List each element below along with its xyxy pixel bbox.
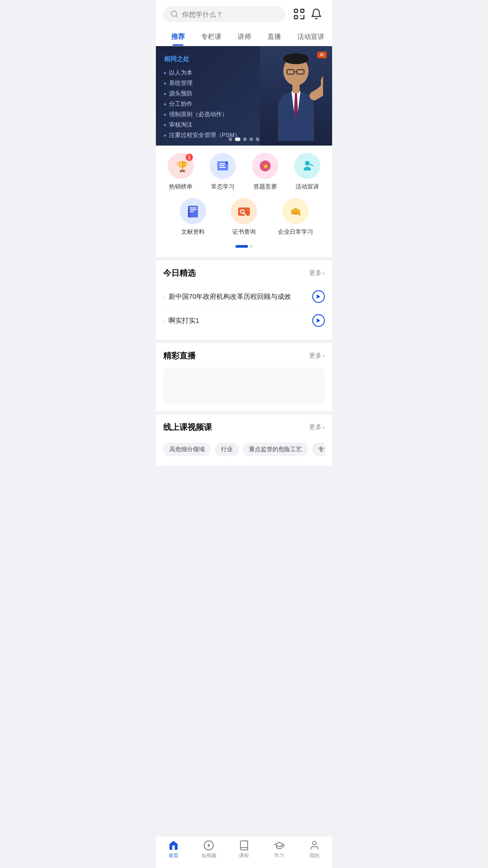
daily-label: 企业日常学习 [278,228,313,236]
hot-icon: 🏆 1 [168,153,194,179]
page-indicator [160,243,328,253]
nav-tabs: 推荐 专栏课 讲师 直播 活动宣讲 [163,28,325,46]
item-left-2: · 啊实打实1 [163,316,199,325]
bullet-1: · [163,293,165,300]
daily-svg [288,204,303,218]
search-input[interactable] [182,10,278,18]
item-left-1: · 新中国70年政府机构改革历程回顾与成效 [163,292,291,301]
banner-person [260,46,332,146]
tab-live[interactable]: 直播 [259,28,289,46]
nav-short-video[interactable]: 短视频 [195,840,222,859]
today-picks-title: 今日精选 [163,268,196,278]
nav-home[interactable]: 首页 [160,840,187,859]
banner-dot-4[interactable] [249,137,253,141]
badge-1: 1 [186,154,193,161]
tag-3[interactable]: 重点监管的危险工艺 [243,443,308,456]
nav-study[interactable]: 学习 [266,840,293,859]
svg-rect-26 [189,208,197,208]
cert-label: 证书查询 [232,228,256,236]
svg-point-24 [305,161,310,165]
quick-item-daily[interactable]: 企业日常学习 [277,198,314,236]
play-icon-1 [316,294,321,299]
scan-icon [293,8,305,20]
video-chevron: › [323,423,325,431]
quick-row-1: 🏆 1 热销榜单 [160,153,328,191]
today-item-2[interactable]: · 啊实打实1 [163,309,325,332]
tag-1[interactable]: 高危细分领域 [163,443,211,456]
study-svg [216,159,230,173]
tab-activity[interactable]: 活动宣讲 [289,28,325,46]
notification-button[interactable] [308,5,325,23]
activity-label: 活动宣讲 [296,183,319,191]
trophy-svg: 🏆 [174,159,188,173]
quick-row-2: 文献资料 证书查询 [160,198,328,236]
list-item: 系统管理 [164,79,252,87]
svg-rect-2 [295,9,298,13]
svg-text:★: ★ [263,162,269,170]
nav-study-label: 学习 [274,852,284,859]
list-item: 分工协作 [164,100,252,108]
book-icon [239,840,249,851]
quick-item-docs[interactable]: 文献资料 [175,198,211,236]
tab-column[interactable]: 专栏课 [193,28,230,46]
banner-title: 相同之处 [164,55,252,63]
docs-icon-wrap [180,198,206,224]
cert-icon-wrap [231,198,257,224]
list-item: 源头预防 [164,90,252,98]
daily-icon-wrap [282,198,309,224]
live-more-label: 更多 [309,352,322,360]
quick-item-cert[interactable]: 证书查询 [226,198,262,236]
banner-dot-3[interactable] [243,137,247,141]
tag-4[interactable]: 专业 [312,443,325,456]
banner-list: 以人为本 系统管理 源头预防 分工协作 强制原则（必选动作） 审核淘汰 注重过程… [164,69,252,139]
search-bar[interactable] [163,6,285,22]
list-item: 审核淘汰 [164,121,252,129]
list-item: 强制原则（必选动作） [164,110,252,118]
quick-item-hot[interactable]: 🏆 1 热销榜单 [163,153,199,191]
nav-home-label: 首页 [169,852,178,859]
play-btn-1[interactable] [312,290,325,303]
svg-rect-4 [295,16,298,19]
banner-text: 相同之处 以人为本 系统管理 源头预防 分工协作 强制原则（必选动作） 审核淘汰… [156,46,260,146]
today-picks-header: 今日精选 更多 › [163,268,325,278]
svg-rect-14 [292,83,300,93]
quick-item-quiz[interactable]: ★ 答题竞赛 [247,153,283,191]
today-picks-more[interactable]: 更多 › [309,269,325,277]
quick-item-activity[interactable]: 活动宣讲 [289,153,325,191]
video-header: 线上课视频课 更多 › [163,422,325,433]
video-more[interactable]: 更多 › [309,423,325,431]
quick-item-study[interactable]: 常态学习 [205,153,241,191]
play-btn-2[interactable] [312,314,325,327]
bullet-2: · [163,317,165,324]
today-item-1[interactable]: · 新中国70年政府机构改革历程回顾与成效 [163,285,325,309]
dot-active [235,245,248,248]
docs-svg [186,204,200,218]
live-chevron: › [323,352,325,360]
svg-rect-21 [225,161,227,164]
today-picks-section: 今日精选 更多 › · 新中国70年政府机构改革历程回顾与成效 · 啊实打实1 [156,260,332,340]
nav-course[interactable]: 课程 [230,840,258,859]
tab-teacher[interactable]: 讲师 [230,28,259,46]
video-icon [203,840,214,851]
dot-inactive [250,245,253,248]
tab-recommend[interactable]: 推荐 [163,28,193,46]
svg-rect-18 [219,163,226,164]
svg-rect-3 [301,9,304,13]
list-item: 以人为本 [164,69,252,77]
banner[interactable]: 相同之处 以人为本 系统管理 源头预防 分工协作 强制原则（必选动作） 审核淘汰… [156,46,332,146]
live-more[interactable]: 更多 › [309,352,325,360]
tag-2[interactable]: 行业 [215,443,239,456]
live-content-placeholder [163,368,325,404]
scan-button[interactable] [291,5,308,23]
person-figure [269,51,323,141]
banner-dot-2[interactable] [235,137,240,141]
video-title: 线上课视频课 [163,422,212,433]
tags-row: 高危细分领域 行业 重点监管的危险工艺 专业 [163,439,325,458]
svg-rect-27 [189,209,197,210]
nav-mine[interactable]: 我的 [301,840,328,859]
svg-line-1 [176,15,177,17]
banner-dot-5[interactable] [256,137,259,141]
home-icon [168,840,179,851]
banner-dot-1[interactable] [229,137,232,141]
nav-mine-label: 我的 [310,852,319,859]
